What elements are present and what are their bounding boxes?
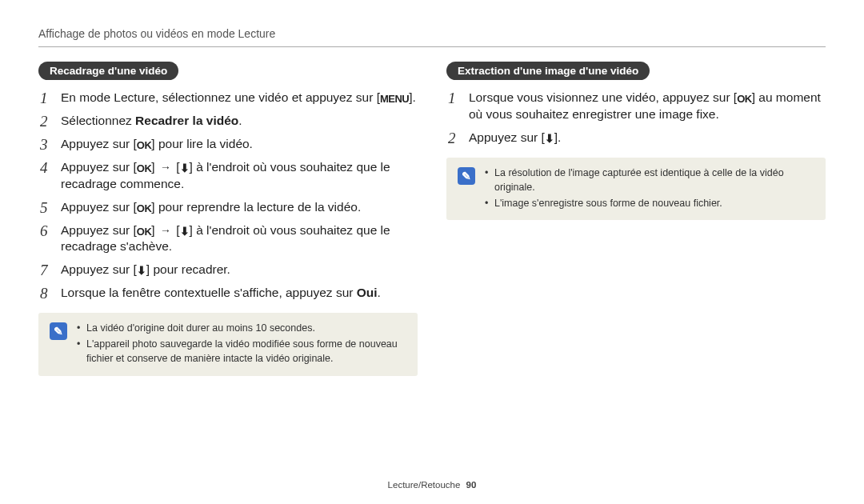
step-8: Lorsque la fenêtre contextuelle s'affich… — [38, 285, 418, 302]
note-item: L'image s'enregistre sous forme de nouve… — [485, 196, 814, 210]
note-item: La résolution de l'image capturée est id… — [485, 166, 814, 194]
download-icon: ⬇ — [180, 226, 190, 237]
step-6: Appuyez sur [OK] → [⬇] à l'endroit où vo… — [38, 222, 418, 256]
text: ] pour lire la vidéo. — [151, 137, 253, 150]
note-list: La résolution de l'image capturée est id… — [485, 166, 814, 212]
step-2: Sélectionnez Recadrer la vidéo. — [38, 113, 418, 130]
left-section-title: Recadrage d'une vidéo — [38, 62, 178, 80]
step-7: Appuyez sur [⬇] pour recadrer. — [38, 262, 418, 278]
footer-section: Lecture/Retouche — [388, 480, 461, 490]
text: [ — [173, 223, 180, 237]
footer-page-number: 90 — [466, 480, 477, 490]
text: ] pour recadrer. — [146, 262, 230, 276]
note-icon: ✎ — [50, 322, 67, 340]
text: ] — [151, 223, 158, 237]
left-column: Recadrage d'une vidéo En mode Lecture, s… — [38, 62, 418, 384]
text: Appuyez sur [ — [61, 200, 137, 214]
content-columns: Recadrage d'une vidéo En mode Lecture, s… — [38, 62, 826, 384]
arrow-icon: → — [160, 223, 171, 238]
text: Appuyez sur [ — [61, 223, 137, 237]
text: . — [378, 286, 381, 299]
text: Lorsque la fenêtre contextuelle s'affich… — [61, 286, 357, 299]
bold-text: Oui — [357, 286, 378, 299]
ok-icon: OK — [137, 225, 152, 239]
text: ] pour reprendre la lecture de la vidéo. — [151, 200, 361, 214]
header-breadcrumb: Affichage de photos ou vidéos en mode Le… — [38, 27, 826, 47]
left-note-box: ✎ La vidéo d'origine doit durer au moins… — [38, 313, 418, 375]
text: ] — [151, 160, 158, 174]
text: Appuyez sur [ — [61, 137, 137, 150]
text: En mode Lecture, sélectionnez une vidéo … — [61, 90, 380, 104]
right-steps: Lorsque vous visionnez une vidéo, appuye… — [446, 90, 826, 146]
page-footer: Lecture/Retouche 90 — [0, 480, 864, 490]
ok-icon: OK — [137, 202, 152, 216]
right-column: Extraction d'une image d'une vidéo Lorsq… — [446, 62, 826, 384]
step-3: Appuyez sur [OK] pour lire la vidéo. — [38, 136, 418, 153]
text: ]. — [554, 130, 562, 144]
note-item: L'appareil photo sauvegarde la vidéo mod… — [77, 337, 406, 366]
note-icon: ✎ — [458, 167, 475, 185]
download-icon: ⬇ — [180, 162, 190, 174]
text: Appuyez sur [ — [469, 130, 545, 144]
left-steps: En mode Lecture, sélectionnez une vidéo … — [38, 90, 418, 302]
text: Sélectionnez — [61, 114, 135, 127]
step-4: Appuyez sur [OK] → [⬇] à l'endroit où vo… — [38, 159, 418, 193]
text: Appuyez sur [ — [61, 160, 137, 174]
ok-icon: OK — [137, 138, 152, 153]
note-item: La vidéo d'origine doit durer au moins 1… — [77, 321, 406, 335]
download-icon: ⬇ — [545, 133, 554, 144]
text: [ — [173, 160, 180, 174]
menu-icon: MENU — [380, 92, 409, 106]
text: ]. — [409, 90, 416, 104]
text: Appuyez sur [ — [61, 262, 137, 276]
right-section-title: Extraction d'une image d'une vidéo — [446, 62, 650, 80]
step-2: Appuyez sur [⬇]. — [446, 130, 826, 146]
ok-icon: OK — [137, 162, 152, 176]
right-note-box: ✎ La résolution de l'image capturée est … — [446, 158, 826, 220]
ok-icon: OK — [737, 92, 752, 106]
arrow-icon: → — [160, 160, 171, 175]
note-list: La vidéo d'origine doit durer au moins 1… — [77, 321, 406, 367]
download-icon: ⬇ — [137, 265, 146, 276]
text: . — [238, 114, 242, 127]
manual-page: Affichage de photos ou vidéos en mode Le… — [0, 0, 864, 504]
text: Lorsque vous visionnez une vidéo, appuye… — [469, 90, 737, 104]
step-1: En mode Lecture, sélectionnez une vidéo … — [38, 90, 418, 106]
bold-text: Recadrer la vidéo — [135, 114, 238, 127]
step-1: Lorsque vous visionnez une vidéo, appuye… — [446, 90, 826, 123]
step-5: Appuyez sur [OK] pour reprendre la lectu… — [38, 199, 418, 216]
